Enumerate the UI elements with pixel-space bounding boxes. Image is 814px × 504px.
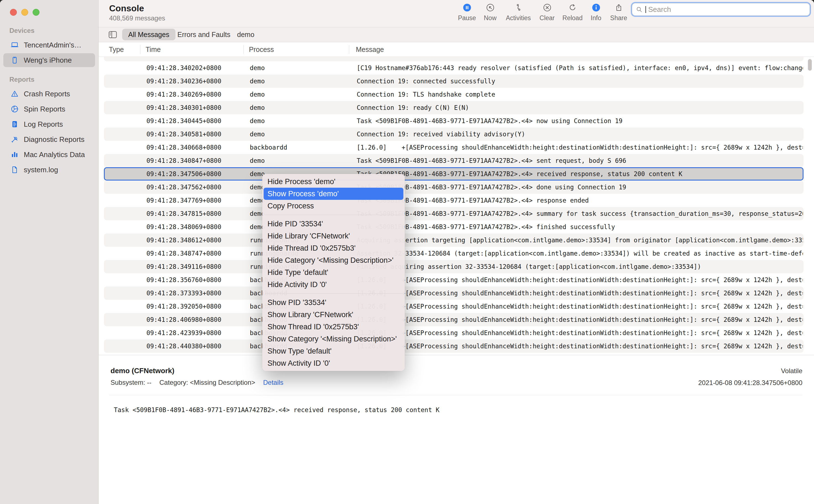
sidebar-item-log-reports[interactable]: Log Reports [3,117,95,131]
toolbar-button-label: Now [477,14,503,22]
log-row[interactable]: 09:41:28.340581+0800demoConnection 19: r… [104,128,804,141]
menu-item-copy-process[interactable]: Copy Process [264,200,403,212]
row-process: demo [250,101,344,114]
pause-icon [463,3,471,12]
log-row-selected[interactable]: 09:41:28.347506+0800demoTask <509B1F0B-4… [104,167,804,181]
menu-item-show-process-demo[interactable]: Show Process 'demo' [264,188,403,200]
sidebar-item-tencentadmin-s[interactable]: TencentAdmin's… [3,38,95,52]
menu-item-hide-pid-33534[interactable]: Hide PID '33534' [264,218,403,230]
menu-item-hide-category-missing-description[interactable]: Hide Category '<Missing Description>' [264,254,403,266]
tab-errors-and-faults[interactable]: Errors and Faults [171,29,237,40]
menu-item-show-pid-33534[interactable]: Show PID '33534' [264,296,403,309]
menu-item-show-activity-id-0[interactable]: Show Activity ID '0' [264,357,403,369]
laptop-icon [10,41,19,49]
log-row[interactable]: 09:41:28.348747+0800runningboarddAsserti… [104,247,804,260]
sidebar-toggle-icon[interactable] [108,31,117,38]
menu-item-hide-type-default[interactable]: Hide Type 'default' [264,266,403,278]
toolbar-button-label: Reload [559,14,586,22]
log-row[interactable]: 09:41:28.348612+0800runningboarddAcquiri… [104,234,804,247]
activities-button[interactable]: Activities [505,3,532,22]
sidebar-item-spin-reports[interactable]: Spin Reports [3,102,95,116]
detail-message: Task <509B1F0B-4891-46B3-9771-E971AA7427… [114,406,440,413]
column-header-type[interactable]: Type [109,42,124,57]
menu-item-show-library-cfnetwork[interactable]: Show Library 'CFNetwork' [264,309,403,321]
log-row[interactable]: 09:41:28.423939+0800backboardd[1.26.0] +… [104,326,804,339]
log-row[interactable]: 09:41:28.340668+0800backboardd[1.26.0] +… [104,141,804,154]
log-row[interactable]: 09:41:28.340301+0800demoConnection 19: r… [104,101,804,114]
log-row[interactable]: 09:41:28.373393+0800backboardd[1.26.0] +… [104,287,804,300]
log-row[interactable]: 09:41:28.392050+0800backboardd[1.26.0] +… [104,300,804,313]
sidebar-item-label: Crash Reports [24,90,70,98]
log-row[interactable]: 09:41:28.347769+0800demoTask <509B1F0B-4… [104,194,804,207]
subsystem-value: -- [147,379,151,386]
detail-timestamp: 2021-06-08 09:41:28.347506+0800 [698,379,802,387]
menu-item-hide-library-cfnetwork[interactable]: Hide Library 'CFNetwork' [264,230,403,242]
column-header-message[interactable]: Message [356,42,384,57]
log-row[interactable]: 09:41:28.340202+0800demo[C19 Hostname#37… [104,61,804,75]
sidebar-item-weng-s-iphone[interactable]: Weng's iPhone [3,53,95,67]
sidebar-item-crash-reports[interactable]: Crash Reports [3,87,95,101]
log-row[interactable]: 09:41:28.347562+0800demoTask <509B1F0B-4… [104,181,804,194]
main-content: Console 408,569 messages PauseNowActivit… [99,0,814,504]
log-row[interactable]: 09:41:28.406980+0800backboardd[1.26.0] +… [104,313,804,326]
row-process: demo [250,75,344,88]
tab-all-messages[interactable]: All Messages [122,29,175,40]
now-button[interactable]: Now [477,3,503,22]
log-row[interactable]: 09:41:28.347815+0800demoTask <509B1F0B-4… [104,207,804,220]
titlebar: Console 408,569 messages PauseNowActivit… [99,0,814,27]
log-row[interactable]: 09:41:28.340269+0800demoConnection 19: T… [104,88,804,101]
reload-button[interactable]: Reload [559,3,586,22]
menu-item-show-category-missing-description[interactable]: Show Category '<Missing Description>' [264,333,403,345]
log-row[interactable]: 09:41:28.349116+0800runningboarddFinishe… [104,260,804,273]
vertical-scrollbar[interactable] [808,59,812,71]
window-close-button[interactable] [10,9,17,16]
row-time: 09:41:28.423939+0800 [146,326,221,339]
log-row[interactable]: 09:41:28.348069+0800demoTask <509B1F0B-4… [104,220,804,234]
menu-item-hide-activity-id-0[interactable]: Hide Activity ID '0' [264,278,403,291]
search-input[interactable]: Search [632,3,810,16]
menu-item-show-type-default[interactable]: Show Type 'default' [264,345,403,357]
row-message: [1.26.0] +[ASEProcessing shouldEnhanceWi… [357,287,803,300]
column-separator[interactable] [244,45,244,54]
row-time: 09:41:28.347815+0800 [146,207,221,220]
menu-item-show-thread-id-0x2575b3[interactable]: Show Thread ID '0x2575b3' [264,321,403,333]
text-caret [646,6,646,13]
pinwheel-icon [10,105,19,113]
log-table: 09:41:28.340202+0800demo[C19 Hostname#37… [99,57,814,355]
row-process: demo [250,114,344,128]
row-time: 09:41:28.392050+0800 [146,300,221,313]
message-count: 408,569 messages [109,14,165,22]
sidebar-item-mac-analytics-data[interactable]: Mac Analytics Data [3,148,95,161]
warning-triangle-icon [10,90,19,98]
column-separator[interactable] [140,45,140,54]
pause-button[interactable]: Pause [454,3,480,22]
window-zoom-button[interactable] [33,9,39,16]
log-row[interactable]: 09:41:28.356760+0800backboardd[1.26.0] +… [104,273,804,287]
column-header-time[interactable]: Time [145,42,161,57]
clear-button[interactable]: Clear [534,3,560,22]
log-row[interactable]: 09:41:28.340847+0800demoTask <509B1F0B-4… [104,154,804,167]
iphone-icon [10,56,19,64]
menu-item-hide-process-demo[interactable]: Hide Process 'demo' [264,176,403,188]
row-time: 09:41:28.340445+0800 [146,114,221,128]
row-message: Acquiring assertion targeting [applicati… [357,234,803,247]
log-row[interactable]: 09:41:28.340445+0800demoTask <509B1F0B-4… [104,114,804,128]
row-time: 09:41:28.348069+0800 [146,220,221,234]
details-link[interactable]: Details [263,379,283,386]
row-time: 09:41:28.340301+0800 [146,101,221,114]
info-icon [592,3,600,12]
window-minimize-button[interactable] [21,9,28,16]
log-row[interactable]: 09:41:28.440380+0800backboardd[1.26.0] +… [104,339,804,353]
column-header-process[interactable]: Process [249,42,274,57]
sidebar-item-system-log[interactable]: system.log [3,163,95,177]
row-process: demo [250,88,344,101]
sidebar-item-diagnostic-reports[interactable]: Diagnostic Reports [3,132,95,146]
column-separator[interactable] [349,45,349,54]
log-row[interactable]: 09:41:28.340236+0800demoConnection 19: c… [104,75,804,88]
share-button[interactable]: Share [605,3,632,22]
tab-demo[interactable]: demo [231,29,261,40]
row-message: Task <509B1F0B-4891-46B3-9771-E971AA7427… [357,207,803,220]
menu-item-hide-thread-id-0x2575b3[interactable]: Hide Thread ID '0x2575b3' [264,242,403,254]
row-message: [1.26.0] +[ASEProcessing shouldEnhanceWi… [357,273,803,287]
log-doc-icon [10,120,19,128]
